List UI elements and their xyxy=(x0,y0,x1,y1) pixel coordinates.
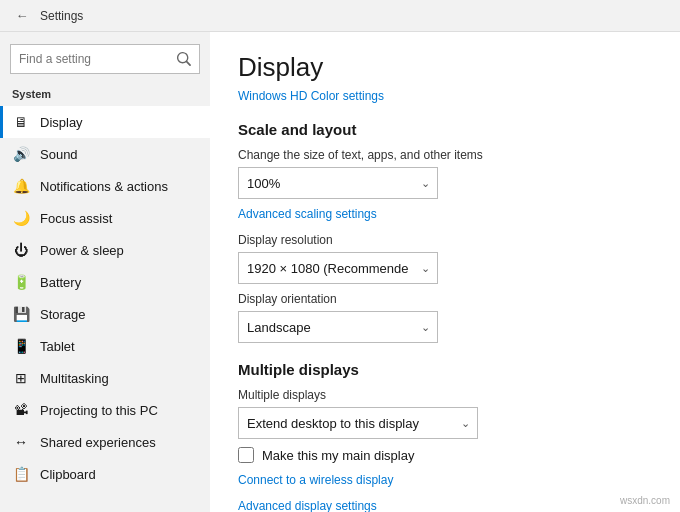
battery-label: Battery xyxy=(40,275,81,290)
multiple-displays-dropdown[interactable]: Extend desktop to this displayDuplicate … xyxy=(238,407,478,439)
clipboard-label: Clipboard xyxy=(40,467,96,482)
resolution-label: Display resolution xyxy=(238,233,652,247)
sidebar-item-tablet[interactable]: 📱 Tablet xyxy=(0,330,210,362)
projecting-label: Projecting to this PC xyxy=(40,403,158,418)
color-settings-link[interactable]: Windows HD Color settings xyxy=(238,89,384,103)
tablet-icon: 📱 xyxy=(12,337,30,355)
sidebar-item-multitasking[interactable]: ⊞ Multitasking xyxy=(0,362,210,394)
make-main-checkbox[interactable] xyxy=(238,447,254,463)
sidebar-section-label: System xyxy=(0,84,210,106)
make-main-label[interactable]: Make this my main display xyxy=(262,448,414,463)
orientation-label: Display orientation xyxy=(238,292,652,306)
sidebar-item-power[interactable]: ⏻ Power & sleep xyxy=(0,234,210,266)
sidebar: System 🖥 Display 🔊 Sound 🔔 Notifications… xyxy=(0,32,210,512)
search-box[interactable] xyxy=(10,44,200,74)
make-main-display-row: Make this my main display xyxy=(238,447,652,463)
content-area: Display Windows HD Color settings Scale … xyxy=(210,32,680,512)
display-icon: 🖥 xyxy=(12,113,30,131)
scale-label: Change the size of text, apps, and other… xyxy=(238,148,652,162)
search-icon xyxy=(177,52,191,66)
sidebar-item-projecting[interactable]: 📽 Projecting to this PC xyxy=(0,394,210,426)
tablet-label: Tablet xyxy=(40,339,75,354)
sidebar-items-container: 🖥 Display 🔊 Sound 🔔 Notifications & acti… xyxy=(0,106,210,490)
resolution-dropdown[interactable]: 1920 × 1080 (Recommended)1600 × 9001280 … xyxy=(238,252,438,284)
focus-icon: 🌙 xyxy=(12,209,30,227)
focus-label: Focus assist xyxy=(40,211,112,226)
clipboard-icon: 📋 xyxy=(12,465,30,483)
titlebar-title: Settings xyxy=(40,9,83,23)
scale-dropdown[interactable]: 100%125%150%175% xyxy=(238,167,438,199)
storage-icon: 💾 xyxy=(12,305,30,323)
sidebar-item-notifications[interactable]: 🔔 Notifications & actions xyxy=(0,170,210,202)
scale-dropdown-wrapper: 100%125%150%175% ⌄ xyxy=(238,167,438,199)
sound-label: Sound xyxy=(40,147,78,162)
orientation-dropdown[interactable]: LandscapePortraitLandscape (flipped)Port… xyxy=(238,311,438,343)
sidebar-item-battery[interactable]: 🔋 Battery xyxy=(0,266,210,298)
sidebar-item-display[interactable]: 🖥 Display xyxy=(0,106,210,138)
advanced-display-link[interactable]: Advanced display settings xyxy=(238,499,652,512)
projecting-icon: 📽 xyxy=(12,401,30,419)
notifications-label: Notifications & actions xyxy=(40,179,168,194)
sound-icon: 🔊 xyxy=(12,145,30,163)
orientation-dropdown-wrapper: LandscapePortraitLandscape (flipped)Port… xyxy=(238,311,438,343)
scale-section-title: Scale and layout xyxy=(238,121,652,138)
advanced-scaling-link[interactable]: Advanced scaling settings xyxy=(238,207,652,221)
sidebar-item-shared[interactable]: ↔ Shared experiences xyxy=(0,426,210,458)
resolution-dropdown-wrapper: 1920 × 1080 (Recommended)1600 × 9001280 … xyxy=(238,252,438,284)
power-label: Power & sleep xyxy=(40,243,124,258)
power-icon: ⏻ xyxy=(12,241,30,259)
shared-label: Shared experiences xyxy=(40,435,156,450)
connect-wireless-link[interactable]: Connect to a wireless display xyxy=(238,473,652,487)
search-input[interactable] xyxy=(19,52,177,66)
main-container: System 🖥 Display 🔊 Sound 🔔 Notifications… xyxy=(0,32,680,512)
multiple-displays-label: Multiple displays xyxy=(238,388,652,402)
back-button[interactable]: ← xyxy=(10,4,34,28)
battery-icon: 🔋 xyxy=(12,273,30,291)
notifications-icon: 🔔 xyxy=(12,177,30,195)
sidebar-item-storage[interactable]: 💾 Storage xyxy=(0,298,210,330)
page-title: Display xyxy=(238,52,652,83)
shared-icon: ↔ xyxy=(12,433,30,451)
display-label: Display xyxy=(40,115,83,130)
titlebar: ← Settings xyxy=(0,0,680,32)
storage-label: Storage xyxy=(40,307,86,322)
multiple-displays-dropdown-wrapper: Extend desktop to this displayDuplicate … xyxy=(238,407,478,439)
multitasking-label: Multitasking xyxy=(40,371,109,386)
sidebar-item-clipboard[interactable]: 📋 Clipboard xyxy=(0,458,210,490)
multitasking-icon: ⊞ xyxy=(12,369,30,387)
multiple-displays-section-title: Multiple displays xyxy=(238,361,652,378)
sidebar-item-focus[interactable]: 🌙 Focus assist xyxy=(0,202,210,234)
sidebar-item-sound[interactable]: 🔊 Sound xyxy=(0,138,210,170)
